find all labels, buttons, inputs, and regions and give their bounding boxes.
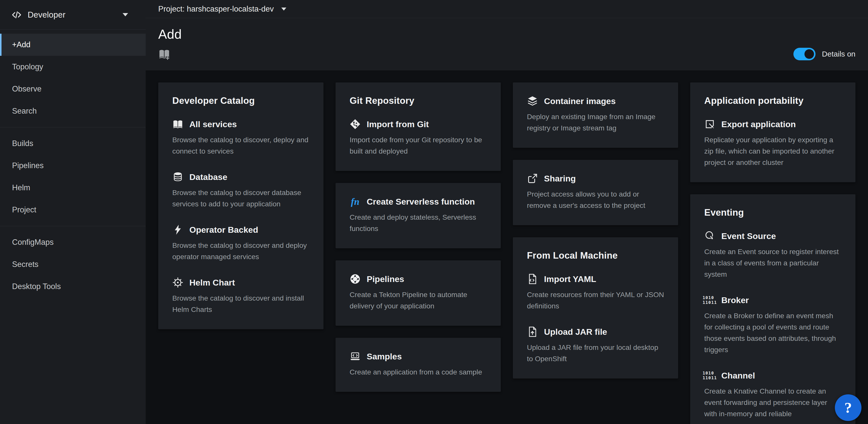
item-description: Create and deploy stateless, Serverless …: [350, 211, 487, 234]
serverless-fn-icon: fn: [350, 196, 361, 207]
main-area: Project: harshcasper-localsta-dev Add De…: [146, 0, 868, 424]
add-action-import-yaml[interactable]: Import YAMLCreate resources from their Y…: [527, 274, 664, 312]
item-row: Export application: [704, 119, 841, 130]
sidebar-item-secrets[interactable]: Secrets: [0, 253, 146, 276]
sidebar-item-add[interactable]: +Add: [0, 34, 146, 56]
sidebar-nav: +AddTopologyObserveSearchBuildsPipelines…: [0, 30, 146, 302]
add-action-export-application[interactable]: Export applicationReplicate your applica…: [704, 119, 841, 168]
sidebar-item-builds[interactable]: Builds: [0, 133, 146, 154]
item-title: All services: [189, 119, 237, 129]
details-toggle[interactable]: [794, 48, 815, 60]
card-from-local-machine: From Local MachineImport YAMLCreate reso…: [513, 237, 678, 378]
item-description: Project access allows you to add or remo…: [527, 189, 664, 211]
card: fnCreate Serverless functionCreate and d…: [336, 183, 501, 248]
sidebar-item-search[interactable]: Search: [0, 100, 146, 122]
broker-icon: 101011011: [704, 294, 715, 306]
samples-icon: [350, 351, 361, 362]
chevron-down-icon: [123, 13, 128, 16]
project-bar: Project: harshcasper-localsta-dev: [146, 0, 868, 18]
item-description: Browse the catalog to discover and insta…: [172, 292, 309, 315]
add-action-pipelines[interactable]: PipelinesCreate a Tekton Pipeline to aut…: [350, 274, 487, 312]
add-action-database[interactable]: DatabaseBrowse the catalog to discover d…: [172, 171, 309, 209]
item-title: Broker: [721, 295, 749, 305]
item-row: Sharing: [527, 173, 664, 184]
item-title: Export application: [721, 119, 796, 129]
item-row: Samples: [350, 351, 487, 362]
card-title: From Local Machine: [527, 250, 664, 261]
item-description: Create an Event source to register inter…: [704, 246, 841, 280]
sidebar-item-helm[interactable]: Helm: [0, 177, 146, 199]
item-description: Create resources from their YAML or JSON…: [527, 289, 664, 312]
add-action-channel[interactable]: 101011011ChannelCreate a Knative Channel…: [704, 370, 841, 420]
help-button[interactable]: ?: [835, 394, 862, 421]
add-action-all-services[interactable]: All servicesBrowse the catalog to discov…: [172, 119, 309, 157]
item-row: Helm Chart: [172, 277, 309, 288]
item-row: Import YAML: [527, 274, 664, 284]
git-icon: [350, 119, 361, 130]
add-action-helm-chart[interactable]: Helm ChartBrowse the catalog to discover…: [172, 277, 309, 315]
sidebar-item-project[interactable]: Project: [0, 199, 146, 221]
project-selector[interactable]: Project: harshcasper-localsta-dev: [158, 4, 286, 13]
add-action-event-source[interactable]: Event SourceCreate an Event source to re…: [704, 230, 841, 280]
item-description: Browse the catalog to discover database …: [172, 187, 309, 209]
add-action-operator-backed[interactable]: Operator BackedBrowse the catalog to dis…: [172, 224, 309, 262]
add-action-create-serverless-function[interactable]: fnCreate Serverless functionCreate and d…: [350, 196, 487, 234]
sidebar-item-observe[interactable]: Observe: [0, 78, 146, 100]
page-header-row: Details on: [158, 48, 856, 60]
sidebar-item-configmaps[interactable]: ConfigMaps: [0, 231, 146, 253]
item-title: Upload JAR file: [544, 327, 607, 337]
details-toggle-label: Details on: [822, 50, 856, 58]
page-title: Add: [158, 27, 856, 42]
card-developer-catalog: Developer CatalogAll servicesBrowse the …: [158, 82, 323, 329]
item-row: 101011011Broker: [704, 294, 841, 306]
perspective-switcher[interactable]: Developer: [0, 0, 146, 30]
card-title: Developer Catalog: [172, 95, 309, 106]
add-page-content: Developer CatalogAll servicesBrowse the …: [146, 70, 868, 424]
card: Container imagesDeploy an existing Image…: [513, 82, 678, 148]
item-row: Upload JAR file: [527, 326, 664, 337]
bolt-icon: [172, 224, 183, 235]
item-row: Event Source: [704, 230, 841, 242]
sidebar-item-pipelines[interactable]: Pipelines: [0, 154, 146, 177]
toggle-knob: [804, 49, 814, 59]
add-action-samples[interactable]: SamplesCreate an application from a code…: [350, 351, 487, 378]
add-action-import-from-git[interactable]: Import from GitImport code from your Git…: [350, 119, 487, 157]
cards-grid: Developer CatalogAll servicesBrowse the …: [158, 82, 856, 424]
import-yaml-icon: [527, 274, 538, 284]
item-row: Pipelines: [350, 274, 487, 284]
quick-starts-book-plus-icon[interactable]: [158, 48, 170, 60]
item-row: Operator Backed: [172, 224, 309, 235]
add-action-broker[interactable]: 101011011BrokerCreate a Broker to define…: [704, 294, 841, 356]
item-description: Replicate your application by exporting …: [704, 134, 841, 168]
card-column: Application portabilityExport applicatio…: [690, 82, 856, 424]
card-column: Developer CatalogAll servicesBrowse the …: [158, 82, 323, 329]
item-description: Browse the catalog to discover, deploy a…: [172, 134, 309, 157]
item-description: Create a Tekton Pipeline to automate del…: [350, 289, 487, 312]
add-action-container-images[interactable]: Container imagesDeploy an existing Image…: [527, 95, 664, 134]
item-title: Samples: [367, 351, 402, 361]
item-title: Pipelines: [367, 274, 404, 284]
sidebar-item-topology[interactable]: Topology: [0, 56, 146, 78]
item-description: Create a Knative Channel to create an ev…: [704, 386, 841, 420]
container-images-icon: [527, 95, 538, 107]
event-source-icon: [704, 230, 715, 242]
card-title: Eventing: [704, 207, 841, 218]
helm-icon: [172, 277, 183, 288]
pipelines-icon: [350, 274, 361, 284]
item-row: Container images: [527, 95, 664, 107]
card-column: Git RepositoryImport from GitImport code…: [336, 82, 501, 392]
add-action-upload-jar-file[interactable]: Upload JAR fileUpload a JAR file from yo…: [527, 326, 664, 364]
item-title: Import YAML: [544, 274, 596, 284]
project-selector-label: Project: harshcasper-localsta-dev: [158, 4, 274, 13]
database-icon: [172, 171, 183, 182]
add-action-sharing[interactable]: SharingProject access allows you to add …: [527, 173, 664, 211]
item-title: Create Serverless function: [367, 197, 475, 206]
sidebar: Developer +AddTopologyObserveSearchBuild…: [0, 0, 146, 424]
item-description: Browse the catalog to discover and deplo…: [172, 240, 309, 262]
item-row: 101011011Channel: [704, 370, 841, 381]
card-title: Git Repository: [350, 95, 487, 106]
item-row: All services: [172, 119, 309, 130]
card: SharingProject access allows you to add …: [513, 160, 678, 225]
sidebar-item-desktop-tools[interactable]: Desktop Tools: [0, 276, 146, 298]
sharing-icon: [527, 173, 538, 184]
